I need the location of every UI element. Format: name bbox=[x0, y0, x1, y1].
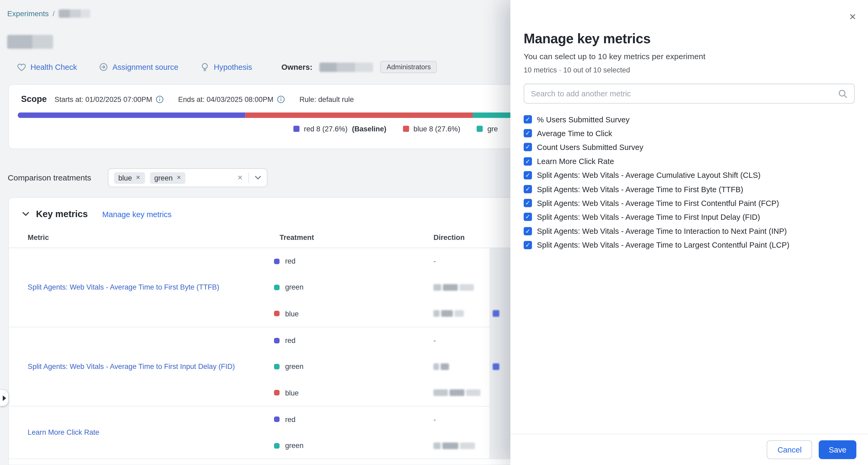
metric-checklist-label: Split Agents: Web Vitals - Average Time … bbox=[537, 185, 743, 194]
info-icon[interactable] bbox=[155, 95, 164, 103]
treatment-chip-blue[interactable]: blue✕ bbox=[114, 172, 145, 184]
legend-item: blue 8 (27.6%) bbox=[403, 125, 460, 133]
redacted-impact-marker bbox=[493, 364, 499, 370]
comparison-treatments-label: Comparison treatments bbox=[8, 173, 91, 182]
metric-checklist-item[interactable]: ✓% Users Submitted Survey bbox=[524, 113, 855, 126]
health-check-link[interactable]: Health Check bbox=[31, 63, 77, 71]
checked-checkbox[interactable]: ✓ bbox=[524, 171, 532, 179]
treatment-name: blue bbox=[285, 388, 299, 397]
direction-cell bbox=[433, 442, 490, 449]
metric-checklist-item[interactable]: ✓Average Time to Click bbox=[524, 126, 855, 140]
close-icon[interactable]: ✕ bbox=[849, 13, 856, 22]
experiment-title-redacted bbox=[7, 35, 53, 49]
owners-group: Owners: Administrators bbox=[281, 61, 437, 73]
scope-starts-at: Starts at: 01/02/2025 07:00PM bbox=[55, 95, 152, 103]
metric-checklist-item[interactable]: ✓Split Agents: Web Vitals - Average Time… bbox=[524, 238, 855, 252]
collapse-chevron-icon[interactable] bbox=[22, 211, 29, 216]
metric-checklist-item[interactable]: ✓Split Agents: Web Vitals - Average Time… bbox=[524, 196, 855, 210]
treatment-color-dot bbox=[274, 311, 280, 316]
metric-checklist-item[interactable]: ✓Learn More Click Rate bbox=[524, 154, 855, 168]
remove-chip-icon[interactable]: ✕ bbox=[136, 175, 141, 180]
treatment-color-dot bbox=[274, 390, 280, 396]
metric-checklist-item[interactable]: ✓Count Users Submitted Survey bbox=[524, 140, 855, 154]
treatment-cell: green bbox=[274, 362, 433, 371]
panel-footer: Cancel Save bbox=[510, 434, 868, 465]
checked-checkbox[interactable]: ✓ bbox=[524, 185, 532, 193]
metric-checklist-item[interactable]: ✓Split Agents: Web Vitals - Average Time… bbox=[524, 224, 855, 238]
redacted-direction-value bbox=[441, 364, 449, 370]
treatment-chip-green[interactable]: green✕ bbox=[150, 172, 186, 184]
owner-name-redacted bbox=[320, 62, 373, 72]
legend-label: blue 8 (27.6%) bbox=[413, 125, 460, 133]
cancel-button[interactable]: Cancel bbox=[767, 440, 812, 459]
legend-swatch bbox=[293, 126, 300, 132]
comparison-treatments-select[interactable]: blue✕green✕ ✕ bbox=[108, 168, 267, 187]
redacted-direction-value bbox=[466, 389, 480, 396]
metric-checklist-item[interactable]: ✓Split Agents: Web Vitals - Average Time… bbox=[524, 210, 855, 224]
checked-checkbox[interactable]: ✓ bbox=[524, 115, 532, 123]
redacted-direction-value bbox=[441, 310, 453, 317]
legend-label: gre bbox=[487, 125, 498, 133]
chevron-down-icon[interactable] bbox=[254, 175, 261, 180]
manage-key-metrics-panel: ✕ Manage key metrics You can select up t… bbox=[510, 0, 868, 465]
legend-item: gre bbox=[477, 125, 498, 133]
metric-checklist-item[interactable]: ✓Split Agents: Web Vitals - Average Cumu… bbox=[524, 168, 855, 182]
redacted-direction-value bbox=[460, 284, 474, 291]
scope-bar-segment-blue bbox=[245, 113, 473, 118]
redacted-direction-value bbox=[433, 284, 441, 291]
metric-link[interactable]: Split Agents: Web Vitals - Average Time … bbox=[28, 283, 236, 292]
info-icon[interactable] bbox=[277, 95, 285, 103]
metric-checklist-label: Split Agents: Web Vitals - Average Time … bbox=[537, 240, 789, 249]
checked-checkbox[interactable]: ✓ bbox=[524, 199, 532, 207]
treatment-cell: green bbox=[274, 442, 433, 450]
treatment-name: red bbox=[285, 257, 296, 265]
checked-checkbox[interactable]: ✓ bbox=[524, 129, 532, 138]
treatment-name: green bbox=[285, 362, 304, 371]
checked-checkbox[interactable]: ✓ bbox=[524, 227, 532, 235]
legend-baseline-label: (Baseline) bbox=[352, 125, 386, 133]
breadcrumb: Experiments / bbox=[7, 9, 90, 18]
scope-bar-segment-red bbox=[18, 113, 245, 118]
metric-link[interactable]: Split Agents: Web Vitals - Average Time … bbox=[28, 362, 251, 372]
redacted-direction-value bbox=[433, 364, 439, 370]
scope-ends-at: Ends at: 04/03/2025 08:00PM bbox=[178, 95, 274, 103]
legend-swatch bbox=[403, 126, 409, 132]
assignment-source-item: Assignment source bbox=[99, 63, 179, 71]
redacted-impact-marker bbox=[493, 310, 499, 317]
metrics-checklist: ✓% Users Submitted Survey✓Average Time t… bbox=[524, 113, 855, 252]
save-button[interactable]: Save bbox=[819, 440, 856, 459]
search-icon bbox=[838, 89, 847, 98]
treatment-cell: green bbox=[274, 283, 433, 291]
metric-search-box bbox=[524, 84, 855, 104]
metric-checklist-label: Split Agents: Web Vitals - Average Cumul… bbox=[537, 171, 761, 179]
redacted-direction-value bbox=[450, 389, 464, 396]
treatment-chips: blue✕green✕ bbox=[114, 172, 185, 184]
checked-checkbox[interactable]: ✓ bbox=[524, 143, 532, 151]
remove-chip-icon[interactable]: ✕ bbox=[177, 175, 181, 180]
experiment-toolbar: Health Check Assignment source Hypothesi… bbox=[17, 60, 437, 74]
assignment-source-link[interactable]: Assignment source bbox=[113, 63, 178, 71]
sidebar-expand-toggle[interactable] bbox=[0, 390, 8, 406]
manage-key-metrics-link[interactable]: Manage key metrics bbox=[102, 210, 172, 219]
panel-body: Manage key metrics You can select up to … bbox=[510, 0, 868, 252]
checked-checkbox[interactable]: ✓ bbox=[524, 157, 532, 165]
checked-checkbox[interactable]: ✓ bbox=[524, 213, 532, 221]
checked-checkbox[interactable]: ✓ bbox=[524, 241, 532, 249]
treatment-cell: red bbox=[274, 336, 433, 345]
treatment-cell: blue bbox=[274, 388, 433, 397]
metric-checklist-label: Split Agents: Web Vitals - Average Time … bbox=[537, 227, 787, 235]
comparison-treatments-row: Comparison treatments blue✕green✕ ✕ bbox=[8, 168, 267, 187]
metric-link[interactable]: Learn More Click Rate bbox=[28, 428, 116, 438]
chip-label: blue bbox=[118, 174, 132, 182]
chevron-right-icon bbox=[2, 395, 6, 401]
metric-cell: Split Agents: Web Vitals - Average Time … bbox=[9, 248, 274, 327]
metric-checklist-item[interactable]: ✓Split Agents: Web Vitals - Average Time… bbox=[524, 182, 855, 196]
select-controls: ✕ bbox=[237, 172, 261, 183]
breadcrumb-experiments-link[interactable]: Experiments bbox=[7, 9, 49, 18]
breadcrumb-redacted-name bbox=[59, 9, 90, 18]
health-check-item: Health Check bbox=[17, 63, 77, 71]
clear-selection-icon[interactable]: ✕ bbox=[237, 174, 243, 181]
column-header-treatment: Treatment bbox=[274, 233, 433, 241]
metric-search-input[interactable] bbox=[531, 89, 838, 98]
hypothesis-link[interactable]: Hypothesis bbox=[214, 63, 252, 71]
